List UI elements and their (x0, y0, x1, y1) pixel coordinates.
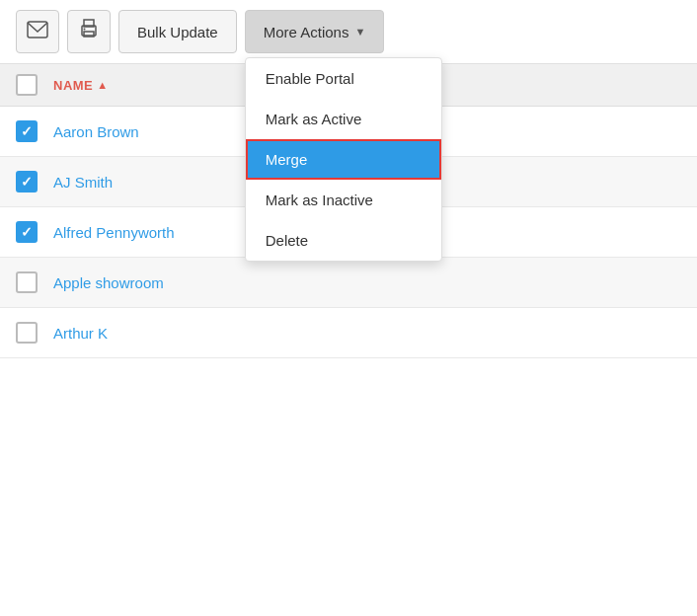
toolbar: Bulk Update More Actions ▼ Enable Portal… (0, 0, 697, 64)
email-icon (27, 21, 48, 43)
menu-item-mark-active[interactable]: Mark as Active (246, 99, 441, 139)
more-actions-dropdown: More Actions ▼ Enable Portal Mark as Act… (245, 10, 385, 53)
row-checkbox-aaron[interactable] (16, 120, 38, 142)
menu-item-enable-portal[interactable]: Enable Portal (246, 58, 441, 99)
contact-name-aj[interactable]: AJ Smith (53, 174, 113, 191)
svg-rect-0 (28, 22, 47, 38)
contact-name-alfred[interactable]: Alfred Pennyworth (53, 224, 175, 241)
table-row: Arthur K (0, 308, 697, 358)
dropdown-arrow-icon: ▼ (354, 26, 365, 38)
more-actions-label: More Actions (264, 24, 349, 40)
more-actions-button[interactable]: More Actions ▼ (245, 10, 385, 53)
svg-point-4 (84, 28, 86, 30)
row-checkbox-apple[interactable] (16, 271, 38, 293)
contact-name-aaron[interactable]: Aaron Brown (53, 123, 139, 140)
select-all-checkbox[interactable] (16, 74, 38, 96)
menu-item-merge[interactable]: Merge (246, 139, 441, 180)
row-checkbox-alfred[interactable] (16, 221, 38, 243)
contact-name-arthur[interactable]: Arthur K (53, 325, 108, 342)
email-button[interactable] (16, 10, 59, 53)
table-row: Apple showroom (0, 258, 697, 308)
print-button[interactable] (67, 10, 111, 53)
sort-asc-icon: ▲ (97, 79, 108, 91)
name-column-header[interactable]: NAME ▲ (53, 78, 109, 93)
menu-item-delete[interactable]: Delete (246, 220, 441, 261)
row-checkbox-aj[interactable] (16, 171, 38, 192)
bulk-update-label: Bulk Update (137, 24, 218, 40)
name-column-label: NAME (53, 78, 93, 93)
row-checkbox-arthur[interactable] (16, 322, 38, 344)
menu-item-mark-inactive[interactable]: Mark as Inactive (246, 180, 441, 220)
svg-rect-3 (84, 32, 94, 37)
more-actions-menu: Enable Portal Mark as Active Merge Mark … (245, 57, 442, 262)
print-icon (78, 19, 100, 45)
bulk-update-button[interactable]: Bulk Update (118, 10, 237, 53)
contact-name-apple[interactable]: Apple showroom (53, 274, 164, 291)
